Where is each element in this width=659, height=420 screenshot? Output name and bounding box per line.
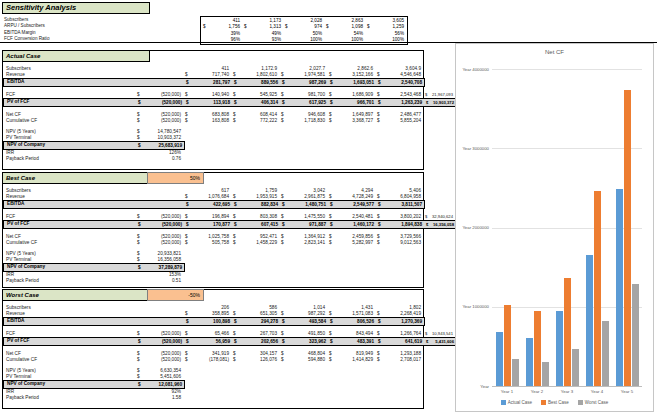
value-cell: $5,451,606 [135, 374, 183, 380]
cell-value: 16,356,058 [433, 222, 454, 228]
table-row: Revenue$717,740$1,802,610$1,974,581$3,15… [3, 72, 455, 78]
cell-value: 323,962 [309, 339, 326, 345]
cell-value: 491,850 [308, 331, 325, 337]
cell-value: 2,823,141 [304, 240, 325, 246]
sensitivity-input-cell-best[interactable]: 50% [147, 172, 204, 184]
table-row: Revenue$358,895$651,305$987,292$1,571,08… [3, 311, 455, 317]
legend-item: Best Case [541, 400, 569, 405]
currency-symbol: $ [233, 240, 236, 246]
table-row: Payback Period0.51 [3, 278, 455, 284]
value-cell [327, 135, 375, 141]
value-cell [183, 135, 231, 141]
value-cell: $1,475,550 [279, 214, 327, 220]
value-cell [423, 135, 455, 141]
value-cell: $2,549,577 [328, 201, 376, 208]
cell-value: 3,811,507 [401, 202, 422, 208]
value-cell [327, 374, 375, 380]
value-cell [424, 142, 456, 149]
currency-symbol: $ [137, 135, 140, 141]
table-row: FCF$(520,000)$140,940$545,925$981,700$1,… [3, 92, 455, 98]
currency-symbol: $ [426, 222, 428, 228]
currency-symbol: $ [282, 339, 285, 345]
value-cell: $493,584 [280, 318, 328, 325]
currency-symbol: $ [329, 194, 332, 200]
currency-symbol: $ [233, 72, 236, 78]
value-cell: $2,540,708 [376, 79, 424, 86]
value-cell: 0.76 [135, 156, 183, 162]
value-cell [423, 72, 455, 78]
value-cell [327, 395, 375, 401]
table-row: Payback Period1.58 [3, 395, 455, 401]
value-cell [136, 201, 184, 208]
value-cell: $170,877 [184, 221, 232, 228]
summary-row-label: ARPU / Subscribers [4, 23, 49, 29]
cell-value: 493,584 [309, 319, 326, 325]
value-cell: $358,895 [183, 311, 231, 317]
currency-symbol: $ [138, 143, 141, 149]
currency-symbol: $ [378, 80, 381, 86]
value-cell [423, 357, 455, 363]
currency-symbol: $ [377, 331, 380, 337]
chart-title: Net CF [456, 49, 653, 55]
value-cell: $1,460,172 [328, 221, 376, 228]
row-label: PV Terminal [3, 257, 135, 263]
currency-symbol: $ [203, 24, 206, 29]
cell-value: 987,292 [308, 311, 325, 317]
cell-value: 1,718,830 [304, 118, 325, 124]
value-cell: $100,898 [184, 318, 232, 325]
cell-value: 281,797 [213, 80, 230, 86]
value-cell: $37,289,879 [136, 264, 184, 271]
currency-symbol: $ [330, 339, 333, 345]
cell-value: 358,895 [212, 311, 229, 317]
value-cell: $(520,000) [135, 357, 183, 363]
currency-symbol: $ [378, 222, 381, 228]
cell-value: 483,391 [357, 339, 374, 345]
currency-symbol: $ [137, 240, 140, 246]
legend-item: Actual Case [501, 400, 532, 405]
value-cell: $5,431,606 [424, 338, 456, 345]
cell-value: 196,894 [212, 214, 229, 220]
bar-best-case [564, 278, 571, 386]
currency-symbol: $ [378, 339, 381, 345]
cell-value: 981,700 [308, 92, 325, 98]
value-cell: $1,266,764 [375, 331, 423, 337]
spreadsheet-canvas: { "title": "Sensitivity Analysis", "summ… [0, 0, 659, 420]
value-cell: $1,802,610 [231, 72, 279, 78]
currency-symbol: $ [377, 357, 380, 363]
value-cell: $2,823,141 [279, 240, 327, 246]
legend-swatch [501, 400, 506, 405]
value-cell [231, 278, 279, 284]
cell-value: 987,269 [309, 80, 326, 86]
currency-symbol: $ [186, 100, 189, 106]
value-cell [231, 395, 279, 401]
value-cell [423, 156, 455, 162]
cell-value: 2,543,468 [400, 92, 421, 98]
cell-value: 1,458,229 [256, 240, 277, 246]
currency-symbol: $ [138, 265, 141, 271]
value-cell: $1,263,239 [376, 99, 424, 106]
value-cell [280, 264, 328, 271]
bar-actual-case [496, 332, 503, 386]
cell-value: 10,903,372 [433, 100, 454, 106]
value-cell: $3,800,202 [375, 214, 423, 220]
row-label: Revenue [3, 311, 135, 317]
value-cell: $491,850 [279, 331, 327, 337]
cell-value: (178,081) [209, 357, 229, 363]
row-label: Revenue [3, 194, 135, 200]
currency-symbol: $ [185, 331, 188, 337]
currency-symbol: $ [233, 92, 236, 98]
cell-value: (520,000) [161, 214, 181, 220]
cell-value: 594,880 [308, 357, 325, 363]
row-label: Cumulative CF [3, 118, 135, 124]
value-cell: $6,804,958 [375, 194, 423, 200]
value-cell [183, 278, 231, 284]
value-cell: $32,940,624 [423, 214, 455, 220]
value-cell [328, 381, 376, 388]
value-cell [231, 257, 279, 263]
value-cell [136, 79, 184, 86]
case-header-actual: Actual Case [2, 50, 150, 62]
cell-value: 1,953,915 [256, 194, 277, 200]
value-cell [424, 381, 456, 388]
cell-value: 6,804,958 [400, 194, 421, 200]
sensitivity-input-cell-worst[interactable]: -50% [147, 289, 204, 301]
